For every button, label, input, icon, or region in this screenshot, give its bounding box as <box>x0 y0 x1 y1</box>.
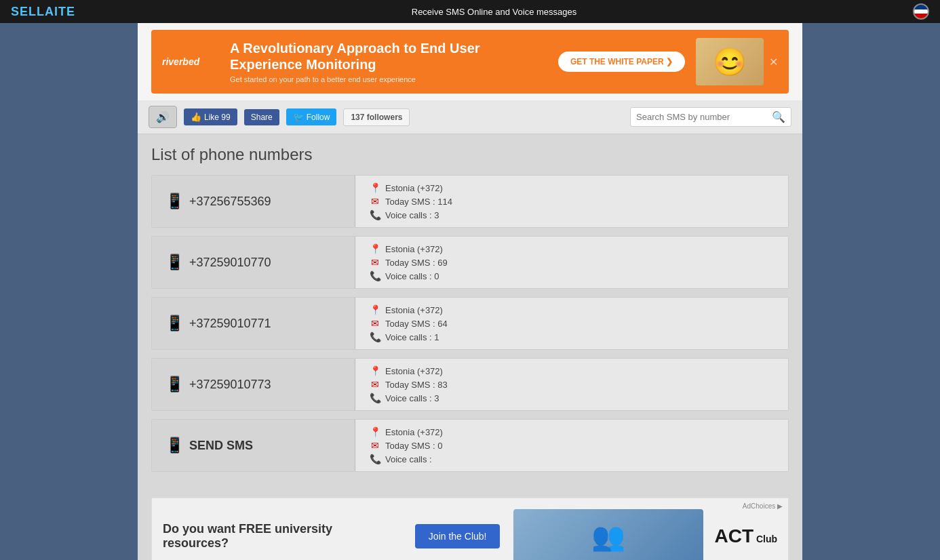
phone-icon: 📱 <box>165 254 184 271</box>
facebook-like-button[interactable]: 👍 Like 99 <box>184 108 237 125</box>
search-icon[interactable]: 🔍 <box>772 111 785 123</box>
phone-number-right: 📍 Estonia (+372) ✉ Today SMS : 69 📞 Voic… <box>355 237 788 288</box>
voice-text: Voice calls : 0 <box>385 271 439 281</box>
phone-row: 📱 +37256755369 📍 Estonia (+372) ✉ Today … <box>151 175 789 228</box>
country-text: Estonia (+372) <box>385 244 443 254</box>
ad-bottom-question: Do you want FREE university resources? <box>163 522 402 551</box>
phone-number-right: 📍 Estonia (+372) ✉ Today SMS : 64 📞 Voic… <box>355 298 788 349</box>
phone-row: 📱 +37259010771 📍 Estonia (+372) ✉ Today … <box>151 297 789 350</box>
location-icon: 📍 <box>369 365 381 376</box>
send-sms-label: SEND SMS <box>189 439 253 453</box>
phone-number-left[interactable]: 📱 +37259010770 <box>152 237 355 288</box>
phone-voice: 📞 Voice calls : 1 <box>369 332 775 342</box>
location-icon: 📍 <box>369 182 381 193</box>
voice-text: Voice calls : 1 <box>385 332 439 342</box>
phone-row: 📱 +37259010770 📍 Estonia (+372) ✉ Today … <box>151 236 789 289</box>
content-area: List of phone numbers 📱 +37256755369 📍 E… <box>138 134 802 491</box>
voice-icon: 📞 <box>369 271 381 281</box>
ad-bottom-text: Do you want FREE university resources? <box>163 522 402 551</box>
sms-icon: ✉ <box>369 257 381 268</box>
voice-icon: 📞 <box>369 209 381 220</box>
logo-text1: SELL <box>11 5 45 18</box>
followers-count: 137 <box>351 113 364 122</box>
phone-voice: 📞 Voice calls : 0 <box>369 271 775 281</box>
phone-number-left[interactable]: 📱 +37259010773 <box>152 359 355 410</box>
twitter-icon: 🐦 <box>293 112 304 122</box>
phone-row: 📱 +37259010773 📍 Estonia (+372) ✉ Today … <box>151 358 789 411</box>
voice-icon: 📞 <box>369 332 381 342</box>
twitter-follow-button[interactable]: 🐦 Follow <box>286 108 337 125</box>
sound-button[interactable]: 🔊 <box>149 106 177 128</box>
phone-number-right: 📍 Estonia (+372) ✉ Today SMS : 114 📞 Voi… <box>355 176 788 227</box>
ad-brand: riverbed <box>162 56 216 67</box>
voice-icon: 📞 <box>369 393 381 403</box>
search-area: 🔍 <box>630 107 791 127</box>
send-sms-right: 📍 Estonia (+372) ✉ Today SMS : 0 📞 Voice… <box>355 420 788 471</box>
phone-number-left[interactable]: 📱 +37256755369 <box>152 176 355 227</box>
send-sms-row: 📱 SEND SMS 📍 Estonia (+372) ✉ Today SMS … <box>151 419 789 472</box>
sms-icon: ✉ <box>369 440 381 451</box>
ad-cta-button[interactable]: GET THE WHITE PAPER ❯ <box>558 52 685 72</box>
like-label: Like 99 <box>204 113 231 122</box>
send-sms-voice: 📞 Voice calls : <box>369 454 775 464</box>
phone-country: 📍 Estonia (+372) <box>369 304 775 315</box>
sms-icon: ✉ <box>369 196 381 207</box>
sms-text: Today SMS : 69 <box>385 258 448 268</box>
phone-voice: 📞 Voice calls : 3 <box>369 209 775 220</box>
phone-country: 📍 Estonia (+372) <box>369 365 775 376</box>
phone-icon: 📱 <box>165 193 184 210</box>
topbar: SELLAITE Receive SMS Online and Voice me… <box>0 0 940 23</box>
follow-label: Follow <box>307 113 330 122</box>
voice-text: Voice calls : 3 <box>385 393 439 403</box>
send-sms-sms-text: Today SMS : 0 <box>385 441 443 451</box>
page-title: List of phone numbers <box>151 145 789 164</box>
ad-brand-name: riverbed <box>162 56 216 67</box>
phone-number-list: 📱 +37256755369 📍 Estonia (+372) ✉ Today … <box>151 175 789 411</box>
phone-number-left[interactable]: 📱 +37259010771 <box>152 298 355 349</box>
country-text: Estonia (+372) <box>385 366 443 376</box>
country-text: Estonia (+372) <box>385 305 443 315</box>
phone-number-right: 📍 Estonia (+372) ✉ Today SMS : 83 📞 Voic… <box>355 359 788 410</box>
logo-text3: ITE <box>54 5 75 18</box>
send-sms-voice-text: Voice calls : <box>385 454 432 464</box>
ad-banner-top: riverbed A Revolutionary Approach to End… <box>138 23 802 100</box>
send-sms-country: 📍 Estonia (+372) <box>369 426 775 437</box>
voice-text: Voice calls : 3 <box>385 210 439 220</box>
sms-icon: ✉ <box>369 379 381 390</box>
country-text: Estonia (+372) <box>385 183 443 193</box>
sms-text: Today SMS : 83 <box>385 380 448 390</box>
facebook-share-button[interactable]: Share <box>244 109 279 125</box>
location-icon: 📍 <box>369 304 381 315</box>
phone-icon: 📱 <box>165 437 184 454</box>
phone-country: 📍 Estonia (+372) <box>369 182 775 193</box>
send-sms-country-text: Estonia (+372) <box>385 427 443 437</box>
location-icon: 📍 <box>369 243 381 254</box>
voice-icon: 📞 <box>369 454 381 464</box>
ad-banner-inner: riverbed A Revolutionary Approach to End… <box>151 30 789 94</box>
sms-text: Today SMS : 64 <box>385 319 448 329</box>
phone-sms: ✉ Today SMS : 69 <box>369 257 775 268</box>
ad-subtext: Get started on your path to a better end… <box>230 75 547 83</box>
phone-number-text: +37259010773 <box>189 378 271 392</box>
topbar-tagline: Receive SMS Online and Voice messages <box>75 7 913 17</box>
sms-icon: ✉ <box>369 318 381 329</box>
language-flag[interactable] <box>913 3 929 20</box>
phone-sms: ✉ Today SMS : 64 <box>369 318 775 329</box>
search-input[interactable] <box>636 112 772 122</box>
phone-country: 📍 Estonia (+372) <box>369 243 775 254</box>
toolbar: 🔊 👍 Like 99 Share 🐦 Follow 137 followers… <box>138 100 802 134</box>
send-sms-left[interactable]: 📱 SEND SMS <box>152 420 355 471</box>
phone-icon: 📱 <box>165 315 184 332</box>
phone-number-text: +37259010770 <box>189 256 271 270</box>
phone-icon: 📱 <box>165 376 184 393</box>
sound-icon: 🔊 <box>156 111 170 123</box>
location-icon: 📍 <box>369 426 381 437</box>
sms-text: Today SMS : 114 <box>385 197 452 207</box>
ad-bottom-image: 👥 <box>513 509 703 560</box>
main-container: riverbed A Revolutionary Approach to End… <box>138 23 802 560</box>
ad-bottom-logo: ACT Club <box>714 525 777 547</box>
logo-text2: A <box>45 5 54 18</box>
phone-sms: ✉ Today SMS : 83 <box>369 379 775 390</box>
ad-bottom-cta-button[interactable]: Join the Club! <box>415 524 501 548</box>
ad-close-icon[interactable]: ✕ <box>769 56 778 68</box>
